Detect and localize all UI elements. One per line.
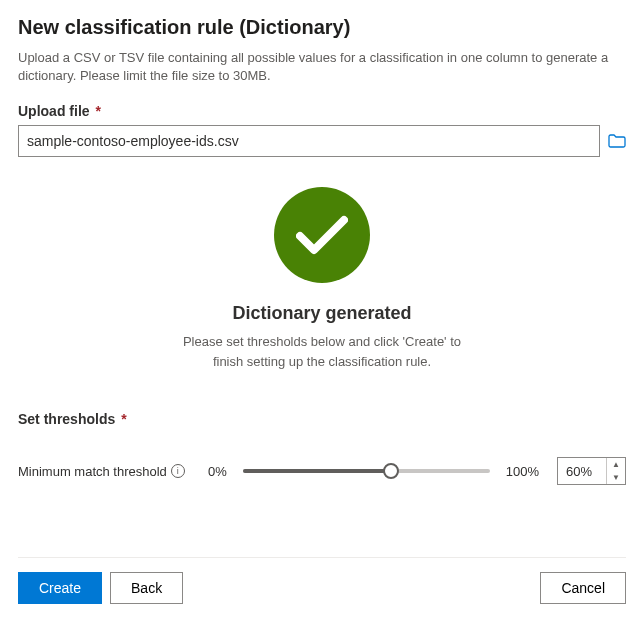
upload-file-input[interactable] xyxy=(18,125,600,157)
back-button[interactable]: Back xyxy=(110,572,183,604)
page-description: Upload a CSV or TSV file containing all … xyxy=(18,49,626,85)
threshold-spinbox[interactable]: 60% ▲ ▼ xyxy=(557,457,626,485)
success-check-icon xyxy=(274,187,370,283)
slider-thumb[interactable] xyxy=(383,463,399,479)
threshold-slider[interactable] xyxy=(243,461,490,481)
page-title: New classification rule (Dictionary) xyxy=(18,16,626,39)
success-title: Dictionary generated xyxy=(18,303,626,324)
slider-max-label: 100% xyxy=(506,464,539,479)
success-subtitle: Please set thresholds below and click 'C… xyxy=(182,332,462,371)
upload-file-label: Upload file * xyxy=(18,103,626,119)
spin-down-icon[interactable]: ▼ xyxy=(607,471,625,484)
min-match-threshold-label: Minimum match threshold xyxy=(18,464,167,479)
create-button[interactable]: Create xyxy=(18,572,102,604)
spin-up-icon[interactable]: ▲ xyxy=(607,458,625,471)
threshold-value: 60% xyxy=(558,464,606,479)
cancel-button[interactable]: Cancel xyxy=(540,572,626,604)
info-icon[interactable]: i xyxy=(171,464,185,478)
required-marker: * xyxy=(95,103,100,119)
required-marker: * xyxy=(121,411,126,427)
browse-folder-icon[interactable] xyxy=(608,134,626,148)
slider-min-label: 0% xyxy=(208,464,227,479)
set-thresholds-label: Set thresholds * xyxy=(18,411,626,427)
